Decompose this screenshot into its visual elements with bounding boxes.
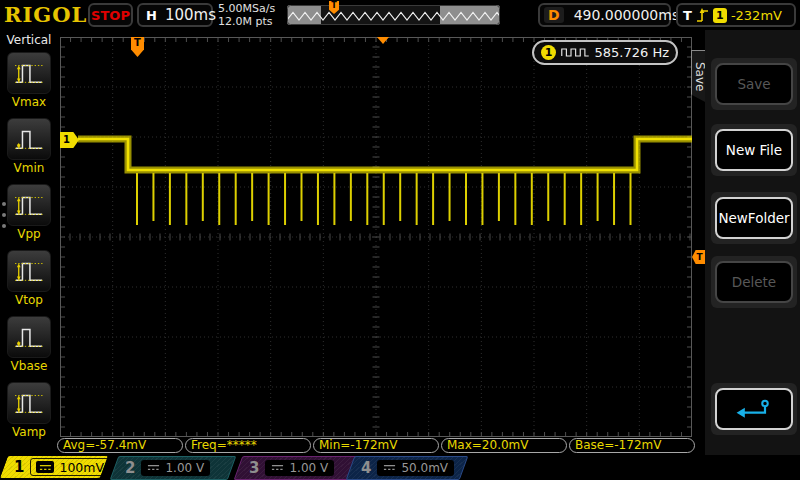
vmin-icon xyxy=(12,125,46,153)
channel-3-number: 3 xyxy=(249,459,259,477)
coupling-icon-ch2 xyxy=(147,461,160,475)
trigger-level-marker[interactable]: T xyxy=(692,250,705,264)
vbase-icon xyxy=(12,323,46,351)
trigger-readout: T 1 -232mV xyxy=(676,3,796,27)
top-bar: RIGOL STOP H 100ms 5.00MSa/s 12.0M pts T… xyxy=(0,0,800,30)
waveform-overview[interactable]: T xyxy=(287,5,500,25)
menu-item-vmin[interactable]: Vmin xyxy=(0,118,58,175)
vbase-label: Vbase xyxy=(11,359,48,373)
vmax-icon xyxy=(12,59,46,87)
trigger-source-badge: 1 xyxy=(713,8,727,23)
sample-rate: 5.00MSa/s xyxy=(218,2,275,15)
square-wave-icon xyxy=(561,46,590,59)
measurement-min: Min=-172mV xyxy=(313,438,439,453)
sample-rate-display: 5.00MSa/s 12.0M pts xyxy=(218,2,275,28)
vtop-label: Vtop xyxy=(15,293,43,307)
channel-2-number: 2 xyxy=(125,459,135,477)
waveform-trace xyxy=(78,139,692,170)
channel-4-scale: 50.0mV xyxy=(401,461,448,475)
menu-item-vpp[interactable]: Vpp xyxy=(0,184,58,241)
d-label: D xyxy=(544,7,564,23)
measurement-freq: Freq=***** xyxy=(185,438,311,453)
vmin-label: Vmin xyxy=(14,161,45,175)
delay-value: 490.000000ms xyxy=(574,7,680,23)
timebase-readout: H 100ms xyxy=(137,3,213,27)
return-arrow-icon xyxy=(732,398,776,420)
channel-4-status[interactable]: 4 50.0mV xyxy=(346,456,469,480)
channel-2-scale: 1.00 V xyxy=(165,461,204,475)
vamp-label: Vamp xyxy=(12,425,46,439)
vpp-icon xyxy=(12,191,46,219)
measurement-avg: Avg=-57.4mV xyxy=(57,438,183,453)
vamp-button[interactable] xyxy=(7,382,51,424)
channel-1-status[interactable]: 1 100mV xyxy=(0,456,108,478)
delay-readout: D 490.000000ms xyxy=(538,3,671,27)
graticule xyxy=(60,37,692,437)
oscilloscope-screen: RIGOL STOP H 100ms 5.00MSa/s 12.0M pts T… xyxy=(0,0,800,480)
measure-menu: Vertical Vmax Vmin Vpp Vtop xyxy=(0,30,58,455)
softkey-slot: New File xyxy=(711,124,797,176)
timebase-value: 100ms xyxy=(165,6,216,24)
channel-status-bar: 1 100mV 2 1.00 V xyxy=(0,455,800,480)
coupling-icon-ch1 xyxy=(36,461,54,473)
memory-depth: 12.0M pts xyxy=(218,15,275,28)
back-button[interactable] xyxy=(715,388,793,430)
trigger-level-value: -232mV xyxy=(731,8,782,23)
vamp-icon xyxy=(12,389,46,417)
counter-channel-badge: 1 xyxy=(541,45,556,60)
menu-item-vbase[interactable]: Vbase xyxy=(0,316,58,373)
vmin-button[interactable] xyxy=(7,118,51,160)
channel-3-status[interactable]: 3 1.00 V xyxy=(234,456,361,480)
channel-1-scale: 100mV xyxy=(59,460,104,475)
rigol-logo: RIGOL xyxy=(4,2,87,27)
channel-3-scale: 1.00 V xyxy=(289,461,328,475)
measure-menu-title: Vertical xyxy=(0,33,58,47)
rising-edge-icon xyxy=(696,7,709,23)
vmax-label: Vmax xyxy=(12,95,46,109)
softkey-slot xyxy=(711,383,797,435)
channel-2-status[interactable]: 2 1.00 V xyxy=(110,456,237,480)
vtop-icon xyxy=(12,257,46,285)
menu-page-dots xyxy=(2,202,6,228)
waveform-display xyxy=(60,37,692,437)
save-button[interactable]: Save xyxy=(715,63,793,105)
delete-button[interactable]: Delete xyxy=(715,261,793,303)
measurement-base: Base=-172mV xyxy=(569,438,695,453)
vpp-label: Vpp xyxy=(17,227,40,241)
menu-item-vtop[interactable]: Vtop xyxy=(0,250,58,307)
menu-item-vamp[interactable]: Vamp xyxy=(0,382,58,439)
t-label: T xyxy=(683,8,692,23)
coupling-icon-ch4 xyxy=(383,461,396,475)
h-label: H xyxy=(146,8,157,23)
channel-1-number: 1 xyxy=(14,458,24,476)
menu-item-vmax[interactable]: Vmax xyxy=(0,52,58,109)
softkey-menu: Save New File NewFolder Delete xyxy=(705,30,800,455)
new-file-button[interactable]: New File xyxy=(715,129,793,171)
measurement-max: Max=20.0mV xyxy=(441,438,567,453)
channel-4-number: 4 xyxy=(361,459,371,477)
counter-value: 585.726 Hz xyxy=(595,45,670,60)
vpp-button[interactable] xyxy=(7,184,51,226)
vtop-button[interactable] xyxy=(7,250,51,292)
softkey-slot: Delete xyxy=(711,256,797,308)
run-state-badge: STOP xyxy=(88,3,133,27)
run-state-label: STOP xyxy=(91,8,130,23)
waveform-overview-strip xyxy=(287,5,500,25)
vmax-button[interactable] xyxy=(7,52,51,94)
vbase-button[interactable] xyxy=(7,316,51,358)
softkey-slot: NewFolder xyxy=(711,192,797,244)
coupling-icon-ch3 xyxy=(271,461,284,475)
frequency-counter: 1 585.726 Hz xyxy=(532,40,678,65)
softkey-slot: Save xyxy=(711,58,797,110)
waveform-fuzz xyxy=(78,139,692,170)
new-folder-button[interactable]: NewFolder xyxy=(715,197,793,239)
